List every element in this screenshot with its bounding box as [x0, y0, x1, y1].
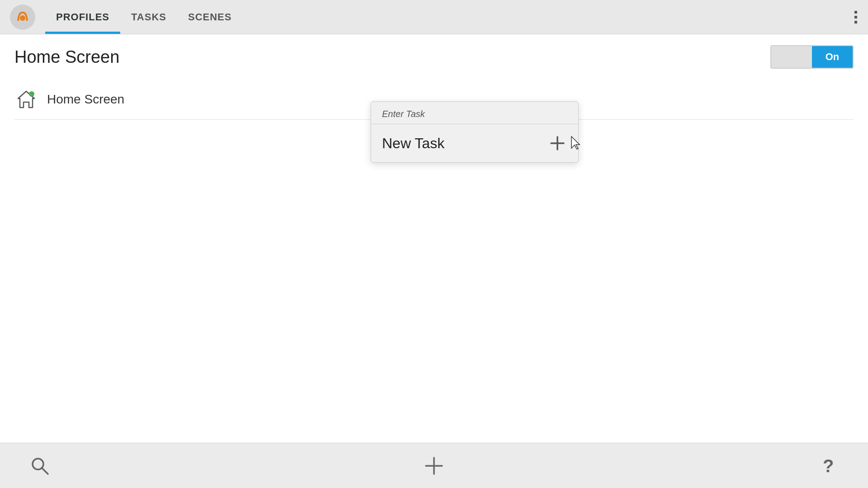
search-button[interactable] — [27, 453, 52, 479]
dropdown-header-label: Enter Task — [371, 102, 578, 124]
toggle-on-button[interactable]: On — [812, 46, 853, 68]
home-screen-icon — [14, 88, 38, 111]
new-task-item[interactable]: New Task — [371, 124, 578, 162]
top-nav-bar: PROFILES TASKS SCENES — [0, 0, 868, 34]
more-menu-icon[interactable] — [854, 11, 857, 23]
page-header: Home Screen On — [0, 34, 868, 80]
toggle-off-state — [771, 46, 812, 68]
add-button[interactable] — [421, 453, 447, 479]
help-button[interactable]: ? — [816, 453, 841, 479]
enter-task-dropdown: Enter Task New Task — [371, 101, 579, 163]
nav-tabs: PROFILES TASKS SCENES — [45, 0, 242, 34]
new-task-label: New Task — [382, 135, 444, 152]
new-task-plus-icon — [547, 133, 567, 153]
tab-scenes[interactable]: SCENES — [177, 0, 242, 34]
svg-text:?: ? — [823, 456, 834, 476]
svg-point-3 — [29, 91, 34, 97]
svg-point-1 — [20, 15, 25, 21]
profile-item-name: Home Screen — [47, 92, 124, 107]
app-logo[interactable] — [9, 4, 36, 31]
tab-profiles[interactable]: PROFILES — [45, 0, 120, 34]
tab-tasks[interactable]: TASKS — [120, 0, 177, 34]
svg-line-8 — [42, 468, 48, 474]
bottom-toolbar: ? — [0, 443, 868, 488]
content-area: Home Screen Enter Task New Task — [0, 80, 868, 120]
toggle-switch[interactable]: On — [770, 45, 854, 69]
page-title: Home Screen — [14, 47, 119, 67]
